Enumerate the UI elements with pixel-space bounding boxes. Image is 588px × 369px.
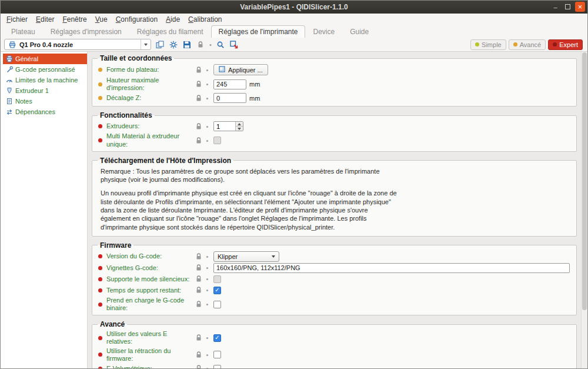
z-offset-input[interactable]	[213, 93, 246, 103]
wrench-icon	[5, 66, 13, 74]
lock-icon[interactable]	[195, 94, 202, 102]
lock-icon[interactable]	[195, 66, 202, 74]
thumbnails-input[interactable]	[213, 263, 570, 273]
tab-device[interactable]: Device	[306, 25, 342, 38]
tab-reglages-impression[interactable]: Réglages d'impression	[44, 25, 129, 38]
revert-dot	[204, 253, 211, 260]
lock-icon[interactable]	[195, 81, 202, 88]
tab-guide[interactable]: Guide	[343, 25, 376, 38]
printer-icon	[5, 55, 13, 63]
revert-dot	[204, 287, 211, 294]
minimize-button[interactable]	[550, 2, 560, 12]
bed-shape-icon	[219, 66, 225, 74]
apply-button-label: Appliquer ...	[228, 67, 263, 74]
revert-dot	[204, 67, 211, 74]
lock-icon[interactable]	[196, 40, 205, 49]
spinner-down-icon[interactable]	[236, 127, 243, 131]
extruders-input[interactable]	[214, 122, 235, 131]
lock-icon[interactable]	[195, 275, 202, 283]
scrollbar-thumb[interactable]	[582, 52, 587, 310]
group-title: Firmware	[98, 241, 133, 250]
nozzle-icon	[5, 87, 13, 95]
window-controls	[550, 2, 585, 12]
group-telechargement-hote: Téléchargement de l'Hôte d'Impression Re…	[92, 157, 577, 237]
menu-calibration[interactable]: Calibration	[184, 15, 226, 24]
relative-e-checkbox[interactable]	[213, 334, 221, 342]
option-label: Décalage Z:	[106, 94, 195, 102]
close-button[interactable]	[575, 2, 585, 12]
option-label: Forme du plateau:	[106, 66, 195, 74]
unit-label: mm	[249, 95, 260, 102]
sidebar-item-dependances[interactable]: Dépendances	[3, 107, 87, 117]
sidebar-item-custom-gcode[interactable]: G-code personnalisé	[3, 64, 87, 75]
save-preset-icon[interactable]	[182, 40, 192, 49]
silent-mode-checkbox[interactable]	[213, 275, 221, 283]
settings-gear-icon[interactable]	[169, 40, 178, 49]
mode-bullet-icon	[98, 266, 102, 270]
group-title: Avancé	[98, 320, 127, 328]
option-row-single-extruder-mm: Multi Material à extrudeur unique:	[97, 132, 572, 148]
settings-category-sidebar: Général G-code personnalisé Limites de l…	[1, 52, 88, 368]
remaining-times-checkbox[interactable]	[213, 287, 221, 294]
lock-icon[interactable]	[195, 301, 202, 308]
menu-configuration[interactable]: Configuration	[112, 15, 162, 24]
volumetric-e-checkbox[interactable]	[213, 365, 221, 368]
spinner-up-icon[interactable]	[236, 122, 243, 127]
mode-bullet-icon	[98, 288, 102, 292]
tab-reglages-filament[interactable]: Réglages du filament	[130, 25, 211, 38]
printer-preset-combo[interactable]: Q1 Pro 0.4 nozzle	[4, 39, 151, 50]
sidebar-item-general[interactable]: Général	[3, 54, 87, 64]
search-options-icon[interactable]	[229, 40, 239, 49]
option-label: Vignettes G-code:	[106, 264, 195, 272]
lock-icon[interactable]	[195, 334, 202, 342]
lock-icon[interactable]	[195, 264, 202, 272]
option-row-volumetric-e: E Volumétrique:	[97, 363, 572, 368]
option-label: Extrudeurs:	[106, 122, 195, 130]
tab-reglages-imprimante[interactable]: Réglages de l'imprimante	[211, 25, 305, 38]
menu-vue[interactable]: Vue	[91, 15, 112, 24]
revert-dot	[204, 351, 211, 358]
mode-expert-button[interactable]: Expert	[548, 39, 583, 50]
menu-editer[interactable]: Editer	[32, 15, 58, 24]
search-icon[interactable]	[216, 40, 225, 49]
tabbar: Plateau Réglages d'impression Réglages d…	[1, 25, 587, 38]
lock-icon[interactable]	[195, 252, 202, 260]
revert-dot	[204, 81, 211, 88]
scrollbar-track[interactable]	[581, 52, 587, 368]
compare-presets-icon[interactable]	[155, 40, 165, 49]
option-row-binary-gcode: Prend en charge le G-code binaire:	[97, 296, 572, 313]
sidebar-item-label: Général	[15, 55, 38, 62]
mode-simple-button[interactable]: Simple	[470, 39, 506, 50]
gcode-flavor-select[interactable]: Klipper	[213, 251, 279, 262]
group-avance: Avancé Utiliser des valeurs E relatives:…	[92, 320, 577, 368]
binary-gcode-checkbox[interactable]	[213, 301, 221, 308]
lock-icon[interactable]	[195, 122, 202, 130]
mode-avance-button[interactable]: Avancé	[509, 39, 546, 50]
menu-aide[interactable]: Aide	[162, 15, 184, 24]
mode-bullet-icon	[98, 367, 102, 368]
sidebar-item-machine-limits[interactable]: Limites de la machine	[3, 75, 87, 85]
sidebar-item-extruder-1[interactable]: Extrudeur 1	[3, 85, 87, 96]
sidebar-item-notes[interactable]: Notes	[3, 96, 87, 107]
menu-fichier[interactable]: Fichier	[2, 15, 32, 24]
lock-icon[interactable]	[195, 137, 202, 144]
lock-icon[interactable]	[195, 351, 202, 358]
firmware-retraction-checkbox[interactable]	[213, 351, 221, 358]
extruders-spinner[interactable]	[213, 121, 243, 131]
spinner-buttons	[235, 122, 243, 131]
option-label: Utiliser des valeurs E relatives:	[106, 330, 195, 345]
menu-fenetre[interactable]: Fenêtre	[58, 15, 91, 24]
maximize-button[interactable]	[563, 2, 573, 12]
mode-bullet-icon	[98, 124, 102, 128]
toolbar: Q1 Pro 0.4 nozzle • Simple	[1, 38, 587, 52]
menubar: Fichier Editer Fenêtre Vue Configuration…	[1, 14, 587, 25]
option-label: Hauteur maximale d'impression:	[106, 77, 195, 92]
lock-icon[interactable]	[195, 287, 202, 294]
bed-shape-apply-button[interactable]: Appliquer ...	[213, 64, 268, 75]
max-print-height-input[interactable]	[213, 79, 246, 89]
single-extruder-mm-checkbox[interactable]	[213, 137, 221, 144]
lock-icon[interactable]	[195, 365, 202, 368]
mode-bullet-icon	[98, 82, 102, 87]
tab-plateau[interactable]: Plateau	[4, 25, 42, 38]
mode-bullet-icon	[98, 277, 102, 281]
